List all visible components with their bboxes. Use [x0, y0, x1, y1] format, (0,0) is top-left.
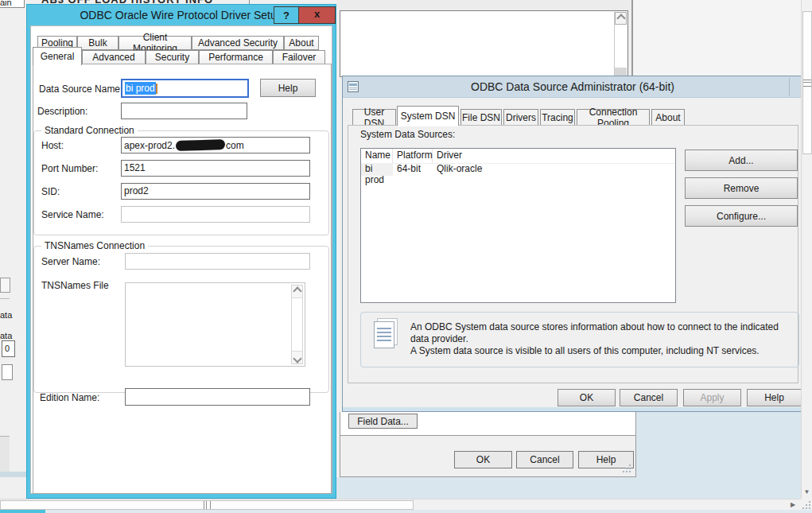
server-name-label: Server Name: [41, 256, 100, 267]
configure-button[interactable]: Configure... [685, 205, 798, 227]
scroll-up-button[interactable] [292, 286, 302, 298]
field-data-button[interactable]: Field Data... [348, 414, 418, 429]
background-area-right [633, 0, 801, 77]
background-textarea-scrollbar[interactable] [614, 12, 627, 76]
host-label: Host: [41, 140, 64, 151]
service-name-label: Service Name: [41, 209, 104, 220]
tnsnames-connection-legend: TNSNames Connection [41, 240, 148, 251]
tnsnames-file-textarea[interactable] [125, 282, 305, 367]
selected-text: bi prod [125, 82, 156, 95]
tab-bulk[interactable]: Bulk [77, 36, 118, 50]
description-label: Description: [37, 106, 87, 117]
tab-drivers[interactable]: Drivers [503, 109, 538, 126]
column-header-name[interactable]: Name [361, 149, 393, 163]
tab-client-monitoring[interactable]: Client Monitoring [118, 36, 192, 50]
chevron-down-icon [293, 354, 301, 363]
admin-titlebar[interactable]: ODBC Data Source Administrator (64-bit) [343, 76, 802, 98]
system-dsn-list[interactable]: Name Platform Driver bi prod 64-bit Qlik… [360, 148, 676, 303]
scroll-bottom-chunk [615, 68, 627, 76]
admin-cancel-button[interactable]: Cancel [620, 389, 678, 406]
horizontal-scrollbar-thumb[interactable] [0, 500, 414, 510]
help-icon: ? [283, 10, 289, 21]
chevron-up-icon [293, 286, 301, 295]
outer-vertical-scrollbar[interactable]: ▼ [801, 0, 812, 499]
background-input-fragment[interactable] [2, 364, 13, 380]
tab-about[interactable]: About [651, 109, 685, 126]
background-divider [0, 298, 10, 299]
data-source-name-label: Data Source Name: [39, 84, 122, 95]
field-data-window: Field Data... OK Cancel Help [340, 412, 636, 477]
resize-grip-icon[interactable] [629, 464, 631, 466]
scrollbar-grip-icon [204, 501, 211, 509]
active-tab-mask [398, 124, 458, 126]
tab-connection-pooling[interactable]: Connection Pooling [577, 109, 650, 126]
outer-horizontal-scrollbar[interactable]: ▶ [0, 499, 801, 510]
close-button[interactable]: x [298, 7, 335, 23]
background-box-fragment [0, 278, 10, 293]
bg-ok-button[interactable]: OK [454, 451, 512, 468]
vertical-scrollbar-thumb[interactable] [802, 11, 812, 154]
bottom-edge-teal [0, 510, 45, 513]
help-button[interactable]: Help [260, 79, 316, 97]
resize-grip-icon[interactable] [809, 501, 810, 503]
background-label-fragment: ata [0, 310, 12, 320]
sid-label: SID: [41, 186, 60, 197]
background-tab-fragment-label: ain [0, 0, 24, 7]
tnsnames-file-label: TNSNames File [41, 280, 109, 291]
service-name-input[interactable] [121, 206, 310, 223]
text-caret [156, 84, 157, 94]
background-bottom-mid [336, 477, 636, 499]
tab-advanced-security[interactable]: Advanced Security [192, 36, 284, 50]
sid-input[interactable]: prod2 [121, 183, 310, 200]
remove-button[interactable]: Remove [685, 177, 798, 199]
column-header-platform[interactable]: Platform [393, 149, 433, 163]
odbc-administrator-dialog: ODBC Data Source Administrator (64-bit) … [342, 76, 803, 412]
tab-general[interactable]: General [33, 47, 82, 65]
tab-about[interactable]: About [284, 36, 319, 50]
setup-content: Pooling Bulk Client Monitoring Advanced … [30, 25, 332, 494]
scroll-down-button[interactable]: ▼ [802, 486, 812, 499]
setup-titlebar[interactable]: ODBC Oracle Wire Protocol Driver Setup ?… [27, 5, 336, 25]
port-number-label: Port Number: [41, 163, 98, 174]
tab-system-dsn[interactable]: System DSN [397, 106, 459, 126]
background-input-fragment[interactable]: 0 [2, 340, 15, 357]
admin-ok-button[interactable]: OK [558, 389, 616, 406]
scroll-up-button[interactable] [615, 12, 627, 25]
scroll-right-button[interactable]: ▶ [786, 499, 800, 510]
tab-tracing[interactable]: Tracing [540, 109, 575, 126]
list-header-row: Name Platform Driver [361, 149, 675, 164]
admin-bottom-strip [343, 407, 802, 411]
admin-apply-button[interactable]: Apply [683, 389, 741, 406]
bg-cancel-button[interactable]: Cancel [516, 451, 573, 468]
server-name-input[interactable] [125, 253, 310, 270]
bottom-edge-strip [45, 510, 812, 513]
edition-name-input[interactable] [125, 388, 310, 406]
bg-help-button[interactable]: Help [578, 451, 634, 468]
host-input[interactable]: apex-prod2. com [121, 137, 310, 154]
column-header-driver[interactable]: Driver [433, 149, 675, 163]
background-tab-fragment[interactable]: ain [0, 0, 25, 8]
scrollbar-grip-icon [803, 80, 811, 87]
tnsnames-scrollbar[interactable] [291, 285, 303, 364]
help-titlebar-button[interactable]: ? [274, 7, 298, 23]
tab-file-dsn[interactable]: File DSN [460, 109, 502, 126]
tab-advanced[interactable]: Advanced [82, 50, 146, 64]
port-number-input[interactable]: 1521 [121, 160, 310, 177]
background-strip-fragment [0, 472, 26, 477]
add-button[interactable]: Add... [685, 150, 798, 171]
table-row[interactable]: bi prod 64-bit Qlik-oracle [361, 163, 675, 176]
scroll-down-button[interactable] [292, 351, 302, 363]
tab-failover[interactable]: Failover [273, 50, 325, 64]
titlebar-button-group: ? x [274, 6, 336, 24]
admin-title: ODBC Data Source Administrator (64-bit) [343, 76, 802, 98]
description-input[interactable] [121, 103, 247, 119]
data-source-name-input[interactable]: bi prod [121, 79, 249, 98]
background-bottom-right [636, 412, 801, 499]
tab-performance[interactable]: Performance [199, 50, 273, 64]
admin-help-button[interactable]: Help [747, 389, 802, 406]
oracle-driver-setup-dialog: ODBC Oracle Wire Protocol Driver Setup ?… [26, 4, 336, 499]
tab-security[interactable]: Security [146, 50, 199, 64]
info-groupbox: An ODBC System data source stores inform… [360, 312, 799, 367]
tab-user-dsn[interactable]: User DSN [352, 109, 396, 126]
background-panel-fragment [0, 436, 10, 476]
